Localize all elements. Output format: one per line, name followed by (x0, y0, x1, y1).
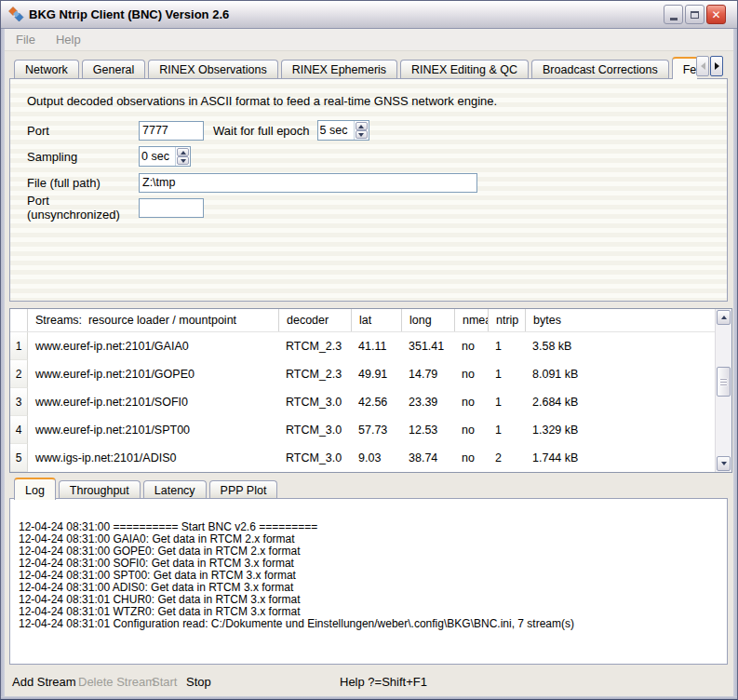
tab-rinex-ephemeris[interactable]: RINEX Ephemeris (281, 60, 397, 79)
scroll-down-button[interactable] (717, 456, 731, 471)
spin-up-icon (358, 125, 364, 128)
stream-ntrip: 1 (488, 388, 525, 416)
log-panel[interactable]: 12-04-24 08:31:00 ========== Start BNC v… (9, 498, 728, 665)
stream-row[interactable]: 1 www.euref-ip.net:2101/GAIA0 RTCM_2.3 4… (10, 332, 716, 360)
tab-scroll-right-icon (715, 62, 719, 70)
stream-decoder: RTCM_2.3 (278, 360, 351, 388)
stream-row[interactable]: 3 www.euref-ip.net:2101/SOFI0 RTCM_3.0 4… (10, 388, 716, 416)
sampling-input[interactable] (140, 147, 175, 166)
stream-lat: 57.73 (351, 416, 401, 444)
window-frame-right (733, 29, 737, 699)
stream-bytes: 1.329 kB (525, 416, 716, 444)
tab-rinex-editing-qc[interactable]: RINEX Editing & QC (400, 60, 529, 79)
window-controls: ✕ (664, 5, 726, 24)
thumb-grip-icon (720, 379, 727, 380)
header-ntrip[interactable]: ntrip (488, 309, 525, 331)
close-button[interactable]: ✕ (706, 5, 726, 24)
stream-bytes: 8.091 kB (525, 360, 716, 388)
maximize-icon (691, 11, 699, 19)
tab-general[interactable]: General (82, 60, 145, 79)
header-lat[interactable]: lat (351, 309, 401, 331)
stream-lat: 41.11 (351, 332, 401, 360)
sampling-label: Sampling (27, 150, 139, 164)
tab-scroll-left-button[interactable] (696, 56, 709, 76)
scroll-down-icon (721, 462, 727, 465)
row-number: 4 (10, 416, 28, 444)
wait-epoch-spin-buttons (354, 121, 369, 140)
wait-epoch-label: Wait for full epoch (213, 124, 310, 138)
stream-source: www.euref-ip.net:2101/SPT00 (28, 416, 278, 444)
maximize-button[interactable] (685, 5, 704, 24)
stream-decoder: RTCM_2.3 (278, 332, 351, 360)
header-streams[interactable]: Streams: resource loader / mountpoint (28, 309, 278, 331)
wait-epoch-spin-down-button[interactable] (356, 130, 368, 139)
wait-epoch-input[interactable] (318, 121, 354, 140)
stream-long: 38.74 (401, 444, 454, 472)
stream-source: www.igs-ip.net:2101/ADIS0 (28, 444, 278, 472)
stream-nmea: no (454, 360, 488, 388)
tab-latency[interactable]: Latency (143, 480, 207, 500)
spin-up-icon (181, 151, 186, 155)
row-number: 1 (10, 332, 28, 360)
table-corner-cell (10, 309, 28, 331)
stream-bytes: 3.58 kB (525, 332, 716, 360)
sampling-spin-up-button[interactable] (177, 148, 189, 156)
header-nmea[interactable]: nmea (454, 309, 488, 331)
sampling-spin-down-button[interactable] (177, 156, 189, 165)
tab-broadcast-corrections[interactable]: Broadcast Corrections (531, 60, 669, 79)
streams-table: Streams: resource loader / mountpoint de… (9, 308, 732, 473)
scroll-up-button[interactable] (717, 310, 731, 325)
scrollbar-thumb[interactable] (717, 367, 731, 397)
menu-help[interactable]: Help (56, 33, 81, 47)
sampling-spinbox (139, 146, 191, 167)
delete-stream-button[interactable]: Delete Stream (78, 675, 155, 689)
stop-button[interactable]: Stop (186, 675, 211, 689)
feed-engine-description: Output decoded observations in ASCII for… (27, 94, 497, 108)
header-bytes[interactable]: bytes (525, 309, 716, 331)
wait-epoch-spinbox (317, 120, 369, 141)
stream-long: 14.79 (401, 360, 454, 388)
menubar: File Help (5, 29, 733, 51)
spin-down-icon (358, 133, 364, 137)
file-path-label: File (full path) (27, 176, 139, 190)
port-input[interactable] (139, 121, 204, 141)
titlebar[interactable]: BKG Ntrip Client (BNC) Version 2.6 ✕ (1, 1, 737, 29)
tab-feed-engine[interactable]: Feed Engine (672, 57, 697, 79)
stream-row[interactable]: 4 www.euref-ip.net:2101/SPT00 RTCM_3.0 5… (10, 416, 716, 444)
stream-decoder: RTCM_3.0 (278, 388, 351, 416)
help-button[interactable]: Help ?=Shift+F1 (340, 675, 427, 689)
row-number: 5 (10, 444, 28, 472)
stream-ntrip: 1 (488, 360, 525, 388)
wait-epoch-spin-up-button[interactable] (356, 122, 368, 130)
tab-log[interactable]: Log (14, 478, 56, 500)
header-long[interactable]: long (401, 309, 454, 331)
stream-decoder: RTCM_3.0 (278, 444, 351, 472)
stream-long: 23.39 (401, 388, 454, 416)
stream-row[interactable]: 2 www.euref-ip.net:2101/GOPE0 RTCM_2.3 4… (10, 360, 716, 388)
minimize-button[interactable] (664, 5, 683, 24)
file-path-input[interactable] (139, 173, 477, 193)
port-unsync-input[interactable] (139, 198, 204, 218)
add-stream-button[interactable]: Add Stream (12, 675, 76, 689)
thumb-grip-icon (720, 384, 727, 385)
bnc-window: BKG Ntrip Client (BNC) Version 2.6 ✕ Fil… (0, 0, 738, 700)
stream-lat: 9.03 (351, 444, 401, 472)
stream-long: 351.41 (401, 332, 454, 360)
port-unsync-label: Port (unsynchronized) (27, 194, 139, 222)
close-icon: ✕ (711, 9, 720, 20)
tab-scroll-right-button[interactable] (710, 56, 723, 76)
main-tabbar: Network General RINEX Observations RINEX… (14, 56, 697, 79)
row-number: 3 (10, 388, 28, 416)
tab-ppp-plot[interactable]: PPP Plot (209, 480, 278, 500)
tab-throughput[interactable]: Throughput (59, 480, 141, 500)
header-decoder[interactable]: decoder (278, 309, 351, 331)
start-button[interactable]: Start (152, 675, 177, 689)
stream-row[interactable]: 5 www.igs-ip.net:2101/ADIS0 RTCM_3.0 9.0… (10, 444, 716, 472)
table-scrollbar[interactable] (715, 309, 731, 472)
tab-rinex-observations[interactable]: RINEX Observations (148, 60, 277, 79)
spin-down-icon (181, 159, 186, 163)
stream-ntrip: 1 (488, 332, 525, 360)
menu-file[interactable]: File (16, 33, 35, 47)
stream-ntrip: 2 (488, 444, 525, 472)
tab-network[interactable]: Network (14, 60, 79, 79)
